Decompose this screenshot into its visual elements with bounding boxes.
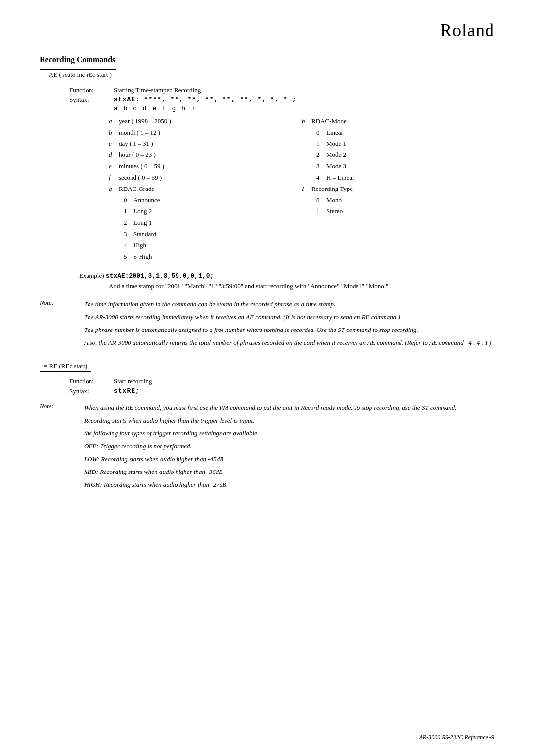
g-sub-1: 1 Long 2 (124, 206, 302, 217)
param-c: c day ( 1 – 31 ) (109, 139, 302, 149)
g-sub-2: 2 Long 1 (124, 218, 302, 228)
h-sub-1: 1 Mode 1 (316, 139, 494, 149)
re-function-line: Function: Start recording (69, 378, 494, 385)
g-sub-0: 0 Announce (124, 195, 302, 206)
re-note-line-2: Recording starts when audio higher than … (84, 415, 494, 426)
re-command-box: = RE (REc start) (40, 361, 91, 372)
param-a-letter: a (109, 116, 119, 127)
h-sub-2: 2 Mode 2 (316, 150, 494, 160)
page-header: Roland (40, 20, 494, 41)
ae-note-content: The time information given in the comman… (84, 299, 494, 350)
page-title: Recording Commands (40, 55, 494, 64)
re-function-block: Function: Start recording Syntax: stxRE; (69, 378, 494, 395)
ae-function-line: Function: Starting Time-stamped Recordin… (69, 86, 494, 94)
re-note-line-3: the following four types of trigger reco… (84, 428, 494, 439)
re-note-line-4: OFF: Trigger recording is not performed. (84, 441, 494, 452)
i-sub-params: 0 Mono 1 Stereo (316, 195, 494, 217)
ae-example-desc: Add a time stamp for "2001" "March" "1" … (109, 282, 494, 292)
re-section: = RE (REc start) Function: Start recordi… (40, 361, 494, 493)
param-h-desc: RDAC-Mode (312, 116, 347, 127)
param-g-letter: g (109, 184, 119, 194)
h-sub-4: 4 H – Linear (316, 173, 494, 183)
ae-function-block: Function: Starting Time-stamped Recordin… (69, 86, 494, 112)
re-syntax-line: Syntax: stxRE; (69, 387, 494, 395)
param-b: b month ( 1 – 12 ) (109, 128, 302, 138)
re-function-value: Start recording (114, 378, 152, 385)
example-label: Example) (79, 272, 106, 279)
h-sub-params: 0 Linear 1 Mode 1 2 Mode 2 3 Mode 3 4 H … (316, 128, 494, 183)
param-f: f second ( 0 – 59 ) (109, 173, 302, 183)
param-a: a year ( 1998 – 2050 ) (109, 116, 302, 127)
param-h: h RDAC-Mode (302, 116, 494, 127)
re-note-label: Note: (40, 402, 84, 493)
g-sub-params: 0 Announce 1 Long 2 2 Long 1 3 Standard … (124, 195, 302, 262)
ae-command-box: = AE ( Auto inc rEc start ) (40, 69, 116, 80)
ae-note-line-1: The time information given in the comman… (84, 299, 494, 310)
re-syntax-label: Syntax: (69, 387, 114, 395)
params-left: a year ( 1998 – 2050 ) b month ( 1 – 12 … (109, 116, 302, 263)
ae-example-block: Example) stxAE:2001,3,1,8,59,0,0,1,0; Ad… (79, 272, 494, 292)
ae-note-line-3: The phrase number is automatically assig… (84, 325, 494, 335)
param-e-letter: e (109, 161, 119, 172)
letters-row: a b c d e f g h i (114, 105, 494, 112)
ae-note-line-2: The AR-3000 starts recording immediately… (84, 312, 494, 323)
param-e-desc: minutes ( 0 – 59 ) (119, 161, 164, 172)
param-d-desc: hour ( 0 – 23 ) (119, 150, 156, 160)
params-container: a year ( 1998 – 2050 ) b month ( 1 – 12 … (109, 116, 494, 263)
param-b-letter: b (109, 128, 119, 138)
param-g: g RDAC-Grade (109, 184, 302, 194)
re-command-box-wrapper: = RE (REc start) (40, 361, 494, 375)
ae-example-line: Example) stxAE:2001,3,1,8,59,0,0,1,0; (79, 272, 494, 280)
param-g-desc: RDAC-Grade (119, 184, 154, 194)
param-b-desc: month ( 1 – 12 ) (119, 128, 160, 138)
param-i-desc: Recording Type (312, 184, 353, 194)
ae-note-label: Note: (40, 299, 84, 350)
param-a-desc: year ( 1998 – 2050 ) (119, 116, 171, 127)
re-function-label: Function: (69, 378, 114, 385)
function-value: Starting Time-stamped Recording (114, 86, 201, 94)
param-i: I Recording Type (302, 184, 494, 194)
ae-command-box-wrapper: = AE ( Auto inc rEc start ) (40, 69, 494, 83)
param-d: d hour ( 0 – 23 ) (109, 150, 302, 160)
re-note-line-1: When using the RE command, you must firs… (84, 402, 494, 413)
g-sub-5: 5 S-High (124, 252, 302, 262)
params-right: h RDAC-Mode 0 Linear 1 Mode 1 2 Mode 2 3… (302, 116, 494, 263)
re-note-line-7: HIGH: Recording starts when audio higher… (84, 479, 494, 490)
param-c-desc: day ( 1 – 31 ) (119, 139, 153, 149)
ae-note-block: Note: The time information given in the … (40, 299, 494, 350)
i-sub-1: 1 Stereo (316, 206, 494, 217)
h-sub-3: 3 Mode 3 (316, 161, 494, 172)
re-syntax-value: stxRE; (114, 387, 140, 395)
re-note-block: Note: When using the RE command, you mus… (40, 402, 494, 493)
param-f-letter: f (109, 173, 119, 183)
g-sub-3: 3 Standard (124, 229, 302, 239)
param-i-letter: I (302, 184, 312, 194)
ae-note-line-4: Also, the AR-3000 automatically returns … (84, 337, 494, 348)
param-c-letter: c (109, 139, 119, 149)
param-f-desc: second ( 0 – 59 ) (119, 173, 162, 183)
syntax-label: Syntax: (69, 96, 114, 104)
param-e: e minutes ( 0 – 59 ) (109, 161, 302, 172)
param-h-letter: h (302, 116, 312, 127)
syntax-value: stxAE: ****, **, **, **, **, **, *, *, *… (114, 96, 297, 104)
g-sub-4: 4 High (124, 240, 302, 251)
ae-syntax-line: Syntax: stxAE: ****, **, **, **, **, **,… (69, 96, 494, 104)
roland-logo: Roland (440, 20, 494, 41)
function-label: Function: (69, 86, 114, 94)
example-value: stxAE:2001,3,1,8,59,0,0,1,0; (106, 272, 214, 280)
param-d-letter: d (109, 150, 119, 160)
h-sub-0: 0 Linear (316, 128, 494, 138)
re-note-content: When using the RE command, you must firs… (84, 402, 494, 493)
re-note-line-6: MID: Recording starts when audio higher … (84, 467, 494, 477)
page-footer: AR-3000 RS-232C Reference -9 (419, 734, 494, 741)
re-note-line-5: LOW: Recording starts when audio higher … (84, 454, 494, 465)
i-sub-0: 0 Mono (316, 195, 494, 206)
